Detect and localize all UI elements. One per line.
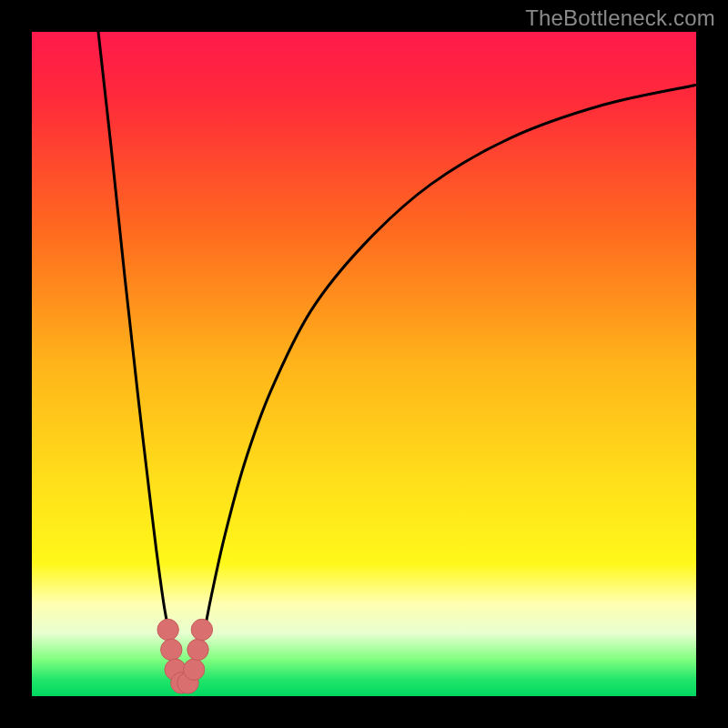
chart-frame: TheBottleneck.com <box>0 0 728 728</box>
plot-background <box>32 32 696 696</box>
highlight-marker <box>157 619 178 640</box>
highlight-marker <box>187 639 208 660</box>
highlight-marker <box>191 619 212 640</box>
watermark-text: TheBottleneck.com <box>525 5 715 31</box>
highlight-marker <box>183 659 204 680</box>
highlight-marker <box>161 639 182 660</box>
bottleneck-chart <box>0 0 728 728</box>
